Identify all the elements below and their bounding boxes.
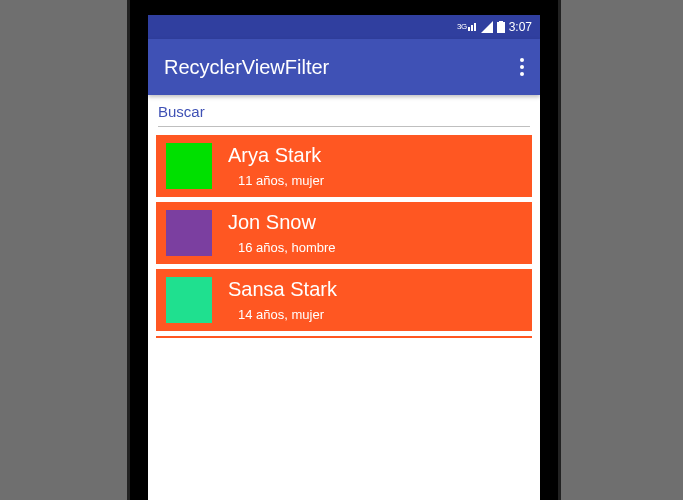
battery-icon	[497, 21, 505, 33]
list-item-name: Jon Snow	[228, 211, 336, 234]
phone-bezel: 3G 3:07 RecyclerViewFilter	[140, 0, 548, 500]
list-item-text: Jon Snow 16 años, hombre	[228, 211, 336, 255]
list-item[interactable]	[156, 336, 532, 338]
more-vert-icon	[520, 58, 524, 76]
search-input[interactable]	[158, 101, 530, 127]
list-item-subtitle: 16 años, hombre	[228, 240, 336, 255]
avatar-swatch	[166, 277, 212, 323]
list-item-subtitle: 14 años, mujer	[228, 307, 337, 322]
avatar-swatch	[166, 143, 212, 189]
app-bar: RecyclerViewFilter	[148, 39, 540, 95]
status-bar: 3G 3:07	[148, 15, 540, 39]
list-item[interactable]: Arya Stark 11 años, mujer	[156, 135, 532, 197]
screen: 3G 3:07 RecyclerViewFilter	[148, 15, 540, 500]
app-title: RecyclerViewFilter	[164, 56, 329, 79]
list-item-name: Arya Stark	[228, 144, 324, 167]
network-3g-icon: 3G	[457, 22, 477, 32]
status-time: 3:07	[509, 20, 532, 34]
phone-frame: 3G 3:07 RecyclerViewFilter	[130, 0, 558, 500]
signal-icon	[481, 21, 493, 33]
search-container	[148, 95, 540, 135]
list-item-subtitle: 11 años, mujer	[228, 173, 324, 188]
list-item-name: Sansa Stark	[228, 278, 337, 301]
list-item-text: Arya Stark 11 años, mujer	[228, 144, 324, 188]
list-item[interactable]: Sansa Stark 14 años, mujer	[156, 269, 532, 331]
overflow-menu-button[interactable]	[520, 58, 524, 76]
avatar-swatch	[166, 210, 212, 256]
recycler-list[interactable]: Arya Stark 11 años, mujer Jon Snow 16 añ…	[148, 135, 540, 338]
list-item[interactable]: Jon Snow 16 años, hombre	[156, 202, 532, 264]
list-item-text: Sansa Stark 14 años, mujer	[228, 278, 337, 322]
